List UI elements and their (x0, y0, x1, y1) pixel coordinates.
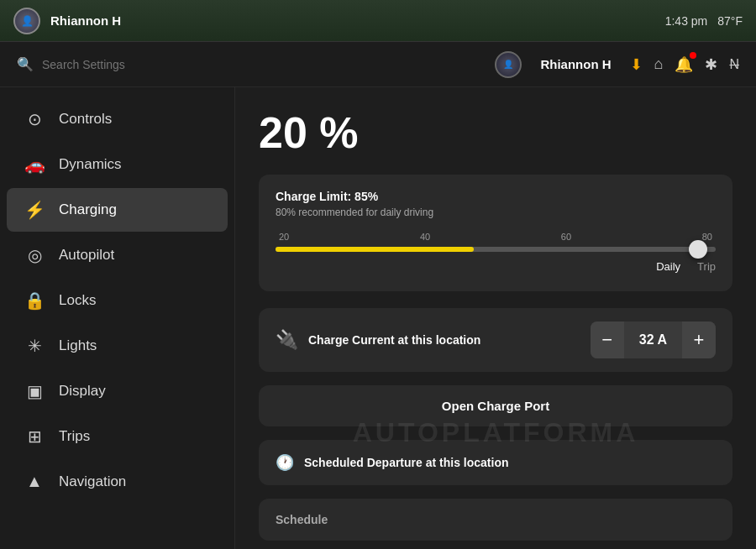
status-time: 1:43 pm (665, 14, 708, 28)
sidebar-item-controls[interactable]: ⊙ Controls (7, 97, 228, 141)
navigation-icon: ▲ (24, 472, 45, 491)
sidebar-item-autopilot[interactable]: ◎ Autopilot (7, 233, 228, 277)
sidebar-label-navigation: Navigation (59, 473, 126, 490)
sidebar-item-charging[interactable]: ⚡ Charging (7, 188, 228, 232)
slider-thumb[interactable] (689, 240, 707, 259)
status-temp: 87°F (717, 14, 743, 28)
sidebar-label-locks: Locks (59, 292, 96, 309)
locks-icon: 🔒 (24, 290, 45, 311)
sidebar-label-autopilot: Autopilot (59, 247, 114, 264)
charging-icon: ⚡ (24, 200, 45, 220)
sidebar-label-dynamics: Dynamics (59, 156, 122, 173)
schedule-title: Schedule (276, 513, 328, 526)
slider-fill (276, 247, 474, 252)
sidebar-item-display[interactable]: ▣ Display (7, 369, 228, 413)
slider-label-80: 80 (702, 232, 712, 242)
increment-button[interactable]: + (682, 322, 716, 358)
status-user-name: Rhiannon H (50, 13, 348, 28)
charge-slider-container[interactable]: 20 40 60 80 (276, 232, 716, 252)
status-avatar: 👤 (13, 8, 40, 34)
header-avatar: 👤 (495, 51, 522, 78)
sidebar-item-navigation[interactable]: ▲ Navigation (7, 460, 228, 503)
plug-icon: 🔌 (276, 329, 298, 351)
sidebar-label-charging: Charging (59, 201, 117, 218)
amperage-control: − 32 A + (591, 322, 716, 358)
search-icon: 🔍 (17, 56, 34, 72)
decrement-button[interactable]: − (591, 322, 624, 358)
charge-limit-subtitle: 80% recommended for daily driving (276, 207, 716, 218)
search-input[interactable] (42, 58, 176, 71)
controls-icon: ⊙ (24, 109, 45, 129)
search-row: 🔍 👤 Rhiannon H ⬇ ⌂ 🔔 ✱ N (0, 42, 756, 87)
slider-label-40: 40 (420, 232, 430, 242)
sidebar-label-controls: Controls (59, 111, 112, 128)
clock-icon: 🕐 (276, 453, 294, 472)
lights-icon: ✳ (24, 336, 45, 356)
header-user-name: Rhiannon H (540, 57, 611, 71)
sidebar-item-trips[interactable]: ⊞ Trips (7, 415, 228, 458)
header-icons: ⬇ ⌂ 🔔 ✱ N (630, 55, 739, 74)
main-layout: ⊙ Controls 🚗 Dynamics ⚡ Charging ◎ Autop… (0, 87, 756, 549)
bluetooth-icon[interactable]: ✱ (705, 55, 717, 74)
charge-current-label: Charge Current at this location (308, 332, 591, 348)
amp-value: 32 A (624, 332, 682, 348)
open-charge-port-button[interactable]: Open Charge Port (259, 385, 732, 426)
charge-current-row: 🔌 Charge Current at this location − 32 A… (259, 308, 732, 372)
battery-percent: 20 % (259, 107, 732, 158)
download-icon[interactable]: ⬇ (630, 55, 643, 74)
bell-icon[interactable]: 🔔 (675, 55, 693, 74)
mode-daily[interactable]: Daily (656, 260, 680, 273)
display-icon: ▣ (24, 381, 45, 401)
sidebar-item-lights[interactable]: ✳ Lights (7, 324, 228, 368)
home-icon[interactable]: ⌂ (654, 55, 664, 73)
trips-icon: ⊞ (24, 426, 45, 447)
status-bar: 👤 Rhiannon H 1:43 pm 87°F (0, 0, 756, 42)
content-area: 20 % Charge Limit: 85% 80% recommended f… (235, 87, 756, 549)
notification-badge (690, 52, 696, 59)
dynamics-icon: 🚗 (24, 154, 45, 175)
sidebar-label-trips: Trips (59, 428, 90, 445)
scheduled-departure-label: Scheduled Departure at this location (304, 456, 509, 469)
charge-limit-title: Charge Limit: 85% (276, 190, 716, 203)
sidebar-item-locks[interactable]: 🔒 Locks (7, 279, 228, 322)
autopilot-icon: ◎ (24, 245, 45, 265)
sidebar: ⊙ Controls 🚗 Dynamics ⚡ Charging ◎ Autop… (0, 87, 235, 549)
schedule-card: Schedule (259, 499, 732, 541)
charge-limit-card: Charge Limit: 85% 80% recommended for da… (259, 175, 732, 291)
slider-mode-row: Daily Trip (276, 260, 716, 273)
slider-label-60: 60 (561, 232, 571, 242)
signal-icon[interactable]: N (729, 57, 739, 72)
mode-trip[interactable]: Trip (697, 260, 716, 273)
sidebar-label-lights: Lights (59, 337, 97, 354)
scheduled-departure-row[interactable]: 🕐 Scheduled Departure at this location (259, 440, 732, 485)
sidebar-item-dynamics[interactable]: 🚗 Dynamics (7, 143, 228, 186)
sidebar-label-display: Display (59, 383, 106, 400)
slider-track[interactable] (276, 247, 716, 252)
slider-labels: 20 40 60 80 (276, 232, 716, 242)
slider-label-20: 20 (279, 232, 289, 242)
